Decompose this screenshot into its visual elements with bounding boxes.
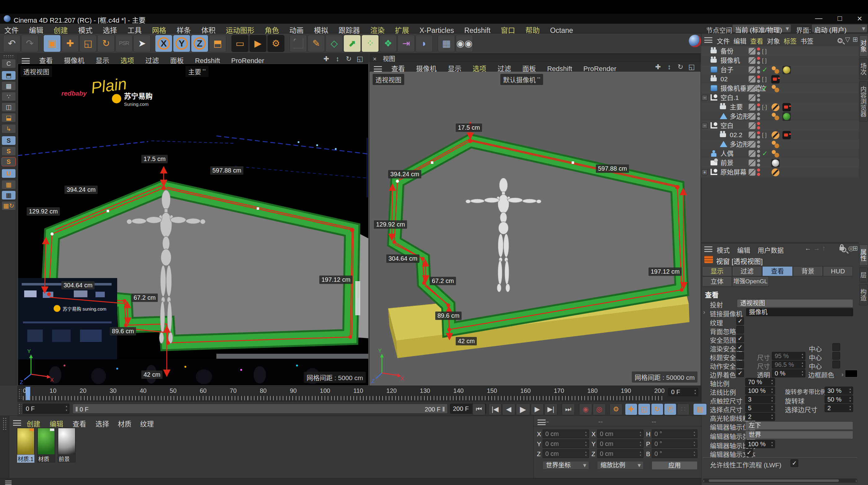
highlight-spinner[interactable]: 2▴▾: [745, 413, 775, 421]
om-menu-objects[interactable]: 对象: [767, 36, 780, 45]
dolly-view-icon[interactable]: ↕: [333, 55, 342, 63]
floor-button[interactable]: ▦: [438, 35, 455, 52]
om-menu-edit[interactable]: 编辑: [734, 36, 746, 45]
snap-disabled-button[interactable]: S: [2, 136, 16, 145]
scale-z-field[interactable]: 0 cm▴▾: [597, 449, 644, 458]
magnet-snap-button[interactable]: U: [2, 169, 16, 178]
material-tag-green[interactable]: [782, 112, 791, 121]
psr-transfer-tool[interactable]: PSR: [115, 35, 133, 52]
object-row[interactable]: 多边形: [701, 112, 859, 121]
title-safe-size[interactable]: 95 %▴▾: [772, 352, 805, 360]
material-tag-yellow[interactable]: [782, 66, 791, 74]
enable-toggle[interactable]: [749, 122, 755, 129]
gizmo-type-dropdown[interactable]: 世界: [745, 431, 853, 439]
extrude-generator-button[interactable]: ⬈: [343, 35, 361, 52]
forward-arrow-icon[interactable]: →: [813, 245, 820, 252]
rotate-sphere-spinner[interactable]: 50 %▴▾: [825, 395, 853, 403]
om-menu-bookmarks[interactable]: 书签: [800, 36, 813, 45]
visibility-dots[interactable]: [757, 57, 761, 65]
render-safe-checkbox[interactable]: ✓: [736, 343, 744, 351]
range-end-handle[interactable]: 200 F ‖: [425, 404, 445, 415]
title-safe-checkbox[interactable]: [736, 352, 744, 360]
scale-x-field[interactable]: 0 cm▴▾: [597, 429, 644, 438]
side-tab-objects[interactable]: 对象: [859, 35, 868, 56]
timeline-ruler[interactable]: 0102030405060708090100110120130140150160…: [18, 386, 701, 401]
array-button[interactable]: ❖: [379, 35, 397, 52]
render-settings-button[interactable]: ⚙: [267, 35, 285, 52]
model-mode-button[interactable]: ⬒: [2, 71, 16, 80]
enable-toggle[interactable]: [749, 113, 755, 120]
object-row[interactable]: 02[ ]: [701, 75, 859, 84]
range-grip[interactable]: [18, 403, 21, 414]
active-camera-label[interactable]: 默认摄像机 °°: [500, 74, 543, 85]
palette-grip[interactable]: [3, 55, 14, 58]
border-alpha-spinner[interactable]: 0 %▴▾: [772, 369, 805, 377]
timeline-grip[interactable]: [18, 389, 21, 399]
visibility-dots[interactable]: [757, 122, 761, 131]
point-mode-button[interactable]: ∵: [2, 92, 16, 101]
keyframe-settings-button[interactable]: ⚙: [610, 403, 622, 415]
primitive-cube-button[interactable]: ⬛: [289, 35, 307, 52]
collapse-expander[interactable]: −: [702, 123, 707, 129]
rotation-band-spinner[interactable]: 30 %▴▾: [825, 387, 853, 395]
enable-toggle[interactable]: [749, 48, 755, 55]
close-button[interactable]: ×: [853, 13, 866, 24]
add-icon[interactable]: ⊞: [852, 36, 858, 43]
toggle-view-icon[interactable]: ◱: [687, 63, 696, 71]
apply-button[interactable]: 应用: [652, 461, 698, 470]
visibility-dots[interactable]: [757, 159, 761, 168]
material-item[interactable]: 材质.1: [17, 428, 35, 462]
mat-menu-material[interactable]: 材质: [118, 418, 131, 428]
c4d-sphere-logo[interactable]: [689, 35, 701, 47]
view-type-label[interactable]: 透视视图: [21, 66, 52, 77]
render-view-button[interactable]: ▭: [231, 35, 249, 52]
point-touch-spinner[interactable]: 3▴▾: [745, 395, 775, 403]
close-view-icon[interactable]: ×: [373, 56, 377, 62]
lock-z-axis-button[interactable]: Z: [191, 35, 208, 52]
goto-start-button[interactable]: ⏮: [472, 403, 486, 415]
om-menu-tags[interactable]: 标签: [784, 36, 797, 45]
menu-icon[interactable]: [704, 247, 712, 252]
edge-mode-button[interactable]: ◫: [2, 103, 16, 112]
object-row[interactable]: 多边形: [701, 140, 859, 149]
tab-view[interactable]: 查看: [762, 266, 793, 276]
coordinate-system-button[interactable]: ⬒: [209, 35, 226, 52]
object-row[interactable]: −空白: [701, 121, 859, 130]
axis-mode-button[interactable]: ↳: [2, 124, 16, 134]
enable-toggle[interactable]: [749, 66, 755, 73]
current-frame-spinner[interactable]: 0 F▴▾: [669, 388, 698, 396]
object-row[interactable]: 人偶✓: [701, 149, 859, 158]
phong-tag-icon[interactable]: [771, 66, 780, 74]
attr-menu-mode[interactable]: 模式: [717, 245, 730, 254]
scroll-right-icon[interactable]: ›: [856, 479, 857, 483]
tab-enhanced-opengl[interactable]: 增强OpenGL: [732, 277, 769, 286]
filter-icon[interactable]: ▽: [845, 36, 850, 43]
side-tab-content-browser[interactable]: 内容浏览器: [859, 81, 868, 122]
visibility-dots[interactable]: [757, 103, 761, 112]
pen-spline-button[interactable]: ✎: [308, 35, 325, 52]
object-row[interactable]: +原始屏幕: [701, 168, 859, 177]
enable-toggle[interactable]: [749, 104, 755, 111]
menu-icon[interactable]: [704, 37, 712, 43]
attr-menu-userdata[interactable]: 用户数据: [757, 245, 784, 254]
visibility-dots[interactable]: [757, 113, 761, 121]
object-row[interactable]: 台子✓: [701, 65, 859, 75]
phong-tag-icon[interactable]: [771, 84, 780, 93]
menu-icon[interactable]: [374, 66, 382, 72]
action-safe-checkbox[interactable]: [736, 361, 744, 368]
maximize-button[interactable]: □: [833, 14, 846, 23]
polygon-mode-button[interactable]: ⬓: [2, 113, 16, 122]
mat-menu-create[interactable]: 创建: [27, 418, 40, 428]
protection-tag-icon[interactable]: [771, 131, 780, 139]
cloner-button[interactable]: ⁘: [362, 35, 379, 52]
scroll-thumb[interactable]: [709, 479, 839, 482]
expand-expander[interactable]: +: [702, 169, 707, 175]
up-arrow-icon[interactable]: ↑: [822, 245, 826, 252]
view-type-label[interactable]: 透视视图: [373, 74, 404, 85]
enable-toggle[interactable]: [749, 76, 755, 83]
section-header[interactable]: 查看: [705, 289, 719, 299]
side-tab-structure[interactable]: 构造: [859, 284, 868, 305]
pos-x-field[interactable]: 0 cm▴▾: [542, 429, 589, 438]
redo-button[interactable]: ↷: [21, 35, 38, 52]
visibility-dots[interactable]: [757, 94, 761, 103]
